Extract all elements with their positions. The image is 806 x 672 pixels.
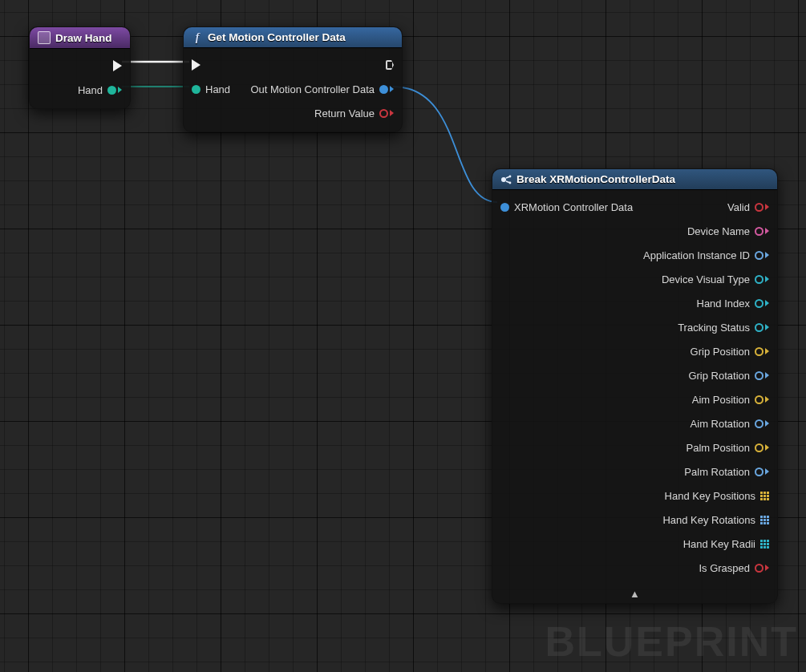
exec-in-pin[interactable] bbox=[192, 59, 200, 71]
pin-label: Grip Rotation bbox=[688, 370, 750, 382]
pin-label-xrmotion-data: XRMotion Controller Data bbox=[514, 201, 633, 213]
node-draw-hand[interactable]: Draw Hand Hand bbox=[29, 26, 131, 109]
node-title: Draw Hand bbox=[55, 32, 112, 44]
output-pin[interactable] bbox=[755, 564, 769, 573]
exec-out-pin[interactable] bbox=[113, 60, 122, 71]
node-break-xrmotioncontrollerdata[interactable]: Break XRMotionControllerData XRMotion Co… bbox=[492, 168, 778, 604]
pin-label: Palm Rotation bbox=[684, 466, 750, 478]
output-pin[interactable] bbox=[755, 371, 769, 380]
node-header[interactable]: Draw Hand bbox=[30, 27, 130, 49]
pin-label: Aim Rotation bbox=[691, 418, 750, 430]
pin-label-out-data: Out Motion Controller Data bbox=[250, 83, 375, 95]
output-pin[interactable] bbox=[755, 468, 769, 476]
output-pin[interactable] bbox=[755, 443, 769, 452]
pin-label: Is Grasped bbox=[699, 562, 750, 574]
exec-out-pin[interactable] bbox=[386, 60, 394, 70]
output-pin[interactable] bbox=[755, 251, 769, 260]
pin-label-hand: Hand bbox=[78, 84, 103, 96]
break-struct-icon bbox=[500, 174, 512, 185]
input-pin-xrmotion-data[interactable] bbox=[500, 203, 509, 212]
svg-point-2 bbox=[509, 181, 512, 184]
node-header[interactable]: Break XRMotionControllerData bbox=[492, 169, 777, 190]
input-pin-hand[interactable] bbox=[192, 85, 200, 94]
output-pin[interactable] bbox=[755, 275, 769, 284]
pin-label: Grip Position bbox=[691, 346, 750, 358]
pin-label: Hand Key Rotations bbox=[662, 514, 755, 526]
blueprint-watermark: BLUEPRINT bbox=[545, 617, 798, 666]
pin-label: Device Visual Type bbox=[662, 273, 750, 285]
pin-label: Tracking Status bbox=[678, 322, 750, 334]
node-header[interactable]: f Get Motion Controller Data bbox=[184, 27, 402, 48]
function-icon: f bbox=[192, 32, 203, 43]
node-title: Break XRMotionControllerData bbox=[516, 173, 675, 185]
output-pin-return[interactable] bbox=[379, 109, 394, 118]
output-pin[interactable] bbox=[755, 395, 769, 404]
pin-label: Device Name bbox=[687, 225, 750, 237]
output-pin[interactable] bbox=[755, 227, 769, 236]
output-pin-array[interactable] bbox=[760, 516, 769, 524]
pin-label: Hand Index bbox=[697, 298, 751, 310]
pin-label: Palm Position bbox=[687, 442, 750, 454]
collapsed-graph-icon bbox=[38, 31, 51, 44]
node-get-motion-controller-data[interactable]: f Get Motion Controller Data Hand Out Mo… bbox=[183, 26, 403, 132]
pin-label: Hand Key Radii bbox=[683, 538, 755, 550]
output-pin-array[interactable] bbox=[760, 492, 769, 500]
output-pin-out-data[interactable] bbox=[379, 85, 394, 94]
output-pin[interactable] bbox=[755, 419, 769, 428]
output-pin-hand[interactable] bbox=[107, 86, 122, 95]
pin-label-hand-in: Hand bbox=[205, 83, 230, 95]
output-pin[interactable] bbox=[755, 347, 769, 356]
pin-label: Hand Key Positions bbox=[665, 490, 755, 502]
svg-point-0 bbox=[501, 177, 506, 182]
output-pin-array[interactable] bbox=[760, 540, 769, 549]
pin-label: Aim Position bbox=[692, 394, 750, 406]
output-pin[interactable] bbox=[755, 203, 769, 212]
pin-label: Valid bbox=[727, 201, 750, 213]
node-title: Get Motion Controller Data bbox=[208, 31, 346, 43]
svg-point-1 bbox=[509, 175, 512, 177]
pin-label-return: Return Value bbox=[314, 107, 375, 119]
output-pin[interactable] bbox=[755, 323, 769, 332]
output-pin[interactable] bbox=[755, 299, 769, 308]
pin-label: Application Instance ID bbox=[643, 249, 750, 261]
collapse-toggle[interactable]: ▲ bbox=[492, 586, 777, 603]
